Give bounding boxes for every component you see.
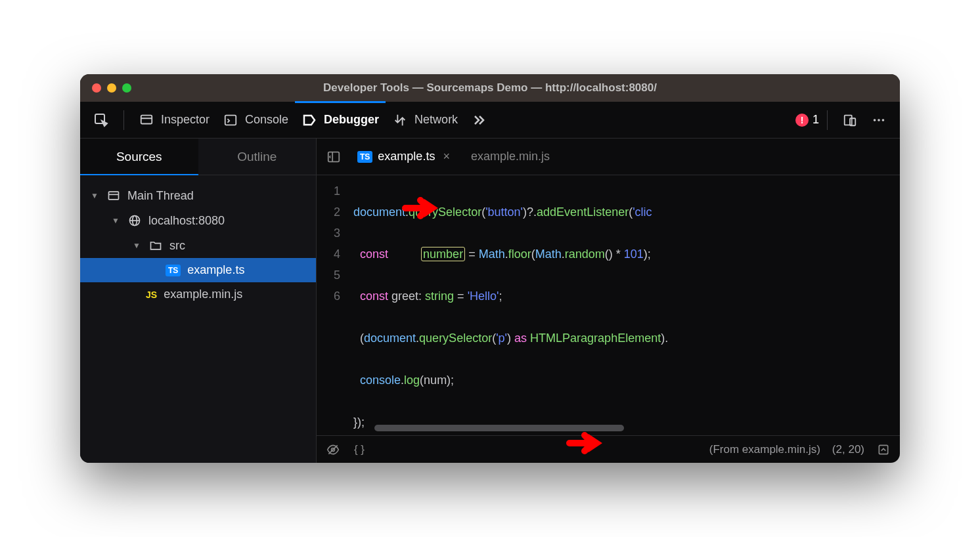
chevron-down-icon: ▼ [133, 241, 142, 250]
gutter: 1 2 3 4 5 6 [317, 175, 348, 435]
devices-icon [842, 112, 858, 128]
line-number: 6 [317, 286, 340, 307]
picker-icon [93, 112, 109, 128]
editor-area: TS example.ts × example.min.js 1 2 3 4 5… [317, 139, 900, 463]
devtools-window: Developer Tools — Sourcemaps Demo — http… [80, 74, 900, 463]
close-window-button[interactable] [92, 83, 101, 93]
minimize-window-button[interactable] [107, 83, 116, 93]
tab-label: example.ts [378, 150, 435, 163]
tree-label: example.min.js [164, 288, 242, 301]
titlebar: Developer Tools — Sourcemaps Demo — http… [80, 74, 900, 102]
sources-tree: ▼ Main Thread ▼ localhost:8080 ▼ src TS … [80, 175, 316, 463]
tab-label: Network [414, 113, 458, 127]
tree-host[interactable]: ▼ localhost:8080 [80, 208, 316, 233]
tab-label: Inspector [161, 113, 210, 127]
chevrons-right-icon [471, 112, 487, 128]
chevron-down-icon: ▼ [112, 216, 121, 225]
chevron-down-icon: ▼ [91, 191, 100, 200]
tab-label: Console [245, 113, 288, 127]
sources-sidebar: Sources Outline ▼ Main Thread ▼ localhos… [80, 139, 317, 463]
source-origin-label: (From example.min.js) [709, 443, 820, 456]
tab-network[interactable]: Network [386, 102, 464, 139]
tab-label: Outline [237, 150, 277, 164]
tree-label: src [169, 239, 185, 253]
svg-rect-3 [225, 115, 236, 125]
tree-file-example-min-js[interactable]: JS example.min.js [80, 282, 316, 307]
error-icon: ! [795, 114, 809, 127]
editor-tab-example-min-js[interactable]: example.min.js [462, 146, 559, 167]
js-file-icon: JS [146, 290, 157, 300]
close-tab-button[interactable]: × [443, 150, 450, 163]
sidebar-tab-sources[interactable]: Sources [80, 139, 198, 175]
folder-icon [148, 238, 163, 253]
line-number: 3 [317, 223, 340, 244]
globe-icon [127, 213, 142, 228]
line-number: 5 [317, 265, 340, 286]
tree-label: Main Thread [127, 189, 194, 203]
tree-main-thread[interactable]: ▼ Main Thread [80, 183, 316, 208]
tree-file-example-ts[interactable]: TS example.ts [80, 258, 316, 282]
svg-rect-4 [845, 115, 852, 125]
editor-tab-example-ts[interactable]: TS example.ts × [348, 146, 459, 167]
kebab-menu-button[interactable] [864, 102, 893, 139]
more-icon [871, 112, 887, 128]
tab-label: Debugger [324, 113, 379, 127]
blackbox-icon[interactable] [326, 442, 340, 457]
tree-label: example.ts [187, 263, 244, 277]
highlighted-type: number [421, 247, 465, 261]
panel-icon [326, 150, 341, 164]
sidebar-tabs: Sources Outline [80, 139, 316, 175]
cursor-position-label: (2, 20) [832, 443, 864, 456]
responsive-mode-button[interactable] [835, 102, 864, 139]
editor-statusbar: { } (From example.min.js) (2, 20) [317, 435, 900, 463]
jump-button[interactable] [876, 442, 891, 457]
tree-label: localhost:8080 [148, 214, 225, 228]
tab-label: example.min.js [471, 150, 550, 163]
tab-console[interactable]: Console [216, 102, 295, 139]
editor-tabs: TS example.ts × example.min.js [317, 139, 900, 175]
horizontal-scrollbar[interactable] [374, 425, 624, 431]
line-number: 2 [317, 202, 340, 223]
svg-rect-1 [141, 115, 152, 123]
tab-label: Sources [116, 150, 162, 164]
svg-point-6 [874, 119, 876, 121]
ts-file-icon: TS [166, 265, 181, 276]
sidebar-tab-outline[interactable]: Outline [198, 139, 317, 175]
more-tabs-button[interactable] [464, 102, 493, 139]
devtools-toolbar: Inspector Console Debugger Network [80, 102, 900, 139]
pick-element-button[interactable] [87, 102, 116, 139]
toolbar-separator [123, 110, 124, 130]
toolbar-separator [827, 110, 828, 130]
toggle-panel-button[interactable] [322, 145, 345, 169]
console-icon [223, 112, 238, 128]
ts-file-icon: TS [357, 151, 372, 163]
line-number: 1 [317, 181, 340, 202]
pretty-print-button[interactable]: { } [352, 442, 367, 457]
line-number: 4 [317, 244, 340, 265]
debugger-icon [301, 112, 317, 128]
inspector-icon [139, 112, 154, 128]
svg-rect-18 [879, 445, 887, 454]
network-icon [392, 112, 408, 128]
svg-rect-9 [109, 192, 119, 200]
code-editor[interactable]: 1 2 3 4 5 6 document.querySelector('butt… [317, 175, 900, 435]
svg-point-8 [882, 119, 885, 121]
error-count: 1 [813, 113, 819, 127]
tree-folder[interactable]: ▼ src [80, 233, 316, 258]
tab-inspector[interactable]: Inspector [132, 102, 216, 139]
code-content: document.querySelector('button')?.addEve… [348, 175, 900, 435]
svg-point-7 [878, 119, 880, 121]
traffic-lights [92, 83, 131, 93]
window-title: Developer Tools — Sourcemaps Demo — http… [323, 81, 657, 95]
zoom-window-button[interactable] [122, 83, 131, 93]
tab-debugger[interactable]: Debugger [295, 102, 386, 139]
window-icon [106, 188, 121, 203]
error-count-badge[interactable]: ! 1 [795, 113, 819, 127]
